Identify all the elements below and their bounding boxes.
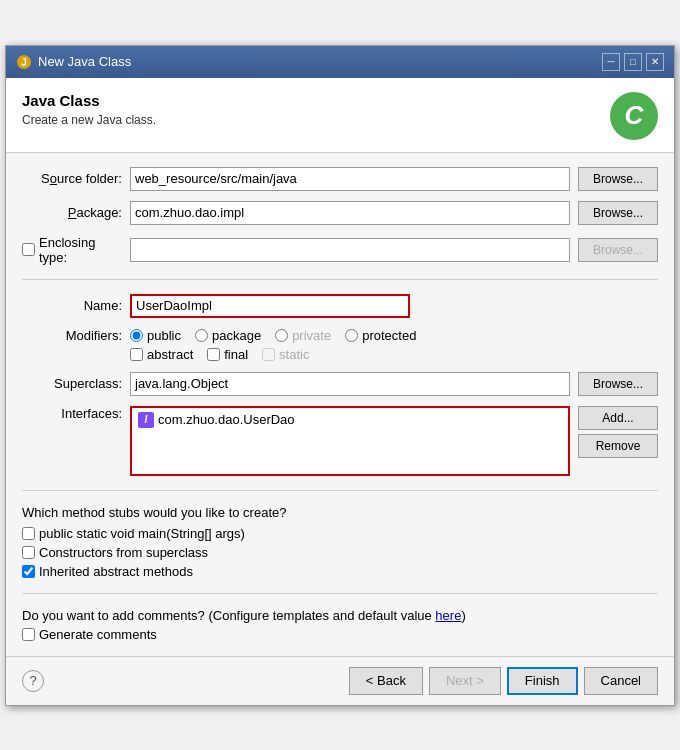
stubs-section: Which method stubs would you like to cre… <box>22 505 658 579</box>
generate-comments: Generate comments <box>22 627 658 642</box>
dialog-footer: ? < Back Next > Finish Cancel <box>6 656 674 705</box>
stub-constructors-label: Constructors from superclass <box>39 545 208 560</box>
dialog-logo: C <box>610 92 658 140</box>
modifier-package-radio[interactable] <box>195 329 208 342</box>
stub-constructors-checkbox[interactable] <box>22 546 35 559</box>
modifier-static: static <box>262 347 309 362</box>
modifiers-row-1: public package private protected <box>130 328 658 343</box>
next-button[interactable]: Next > <box>429 667 501 695</box>
modifier-private-label: private <box>292 328 331 343</box>
interfaces-label: Interfaces: <box>22 406 122 421</box>
superclass-row: Superclass: Browse... <box>22 372 658 396</box>
stub-main: public static void main(String[] args) <box>22 526 658 541</box>
comments-description: Do you want to add comments? (Configure … <box>22 608 658 623</box>
superclass-input[interactable] <box>130 372 570 396</box>
modifiers-row: Modifiers: public package private <box>22 328 658 362</box>
modifier-final: final <box>207 347 248 362</box>
comments-title-text: Do you want to add comments? (Configure … <box>22 608 435 623</box>
window-icon: J <box>16 54 32 70</box>
package-browse-button[interactable]: Browse... <box>578 201 658 225</box>
window-title: New Java Class <box>38 54 131 69</box>
divider-2 <box>22 490 658 491</box>
interface-icon: I <box>138 412 154 428</box>
source-folder-browse-button[interactable]: Browse... <box>578 167 658 191</box>
add-interface-button[interactable]: Add... <box>578 406 658 430</box>
interface-item: I com.zhuo.dao.UserDao <box>134 410 566 430</box>
modifier-abstract-checkbox[interactable] <box>130 348 143 361</box>
enclosing-type-label: Enclosing type: <box>39 235 122 265</box>
divider-3 <box>22 593 658 594</box>
modifier-final-label: final <box>224 347 248 362</box>
minimize-button[interactable]: ─ <box>602 53 620 71</box>
modifier-package: package <box>195 328 261 343</box>
modifier-public-radio[interactable] <box>130 329 143 342</box>
generate-comments-checkbox[interactable] <box>22 628 35 641</box>
cancel-button[interactable]: Cancel <box>584 667 658 695</box>
modifier-public-label: public <box>147 328 181 343</box>
title-bar: J New Java Class ─ □ ✕ <box>6 46 674 78</box>
interfaces-row: Interfaces: I com.zhuo.dao.UserDao Add..… <box>22 406 658 476</box>
modifier-private-radio[interactable] <box>275 329 288 342</box>
enclosing-type-input[interactable] <box>130 238 570 262</box>
modifier-static-label: static <box>279 347 309 362</box>
name-label: Name: <box>22 298 122 313</box>
modifier-protected-label: protected <box>362 328 416 343</box>
source-folder-input[interactable] <box>130 167 570 191</box>
name-row: Name: <box>22 294 658 318</box>
stub-inherited-label: Inherited abstract methods <box>39 564 193 579</box>
modifiers-label: Modifiers: <box>22 328 122 343</box>
header-title: Java Class <box>22 92 156 109</box>
header-text: Java Class Create a new Java class. <box>22 92 156 127</box>
comments-section: Do you want to add comments? (Configure … <box>22 608 658 642</box>
back-button[interactable]: < Back <box>349 667 423 695</box>
modifier-static-checkbox[interactable] <box>262 348 275 361</box>
superclass-label: Superclass: <box>22 376 122 391</box>
superclass-browse-button[interactable]: Browse... <box>578 372 658 396</box>
footer-left: ? <box>22 670 44 692</box>
dialog-window: J New Java Class ─ □ ✕ Java Class Create… <box>5 45 675 706</box>
enclosing-type-row: Enclosing type: Browse... <box>22 235 658 265</box>
source-folder-row: Source folder: Browse... <box>22 167 658 191</box>
stub-inherited: Inherited abstract methods <box>22 564 658 579</box>
modifier-package-label: package <box>212 328 261 343</box>
title-bar-left: J New Java Class <box>16 54 131 70</box>
package-input[interactable] <box>130 201 570 225</box>
remove-interface-button[interactable]: Remove <box>578 434 658 458</box>
modifiers-section: public package private protected <box>130 328 658 362</box>
finish-button[interactable]: Finish <box>507 667 578 695</box>
interfaces-box: I com.zhuo.dao.UserDao <box>130 406 570 476</box>
interface-name: com.zhuo.dao.UserDao <box>158 412 295 427</box>
enclosing-type-browse-button[interactable]: Browse... <box>578 238 658 262</box>
modifier-final-checkbox[interactable] <box>207 348 220 361</box>
source-folder-label: Source folder: <box>22 171 122 186</box>
title-bar-controls: ─ □ ✕ <box>602 53 664 71</box>
interfaces-buttons: Add... Remove <box>578 406 658 458</box>
stub-main-label: public static void main(String[] args) <box>39 526 245 541</box>
comments-link[interactable]: here <box>435 608 461 623</box>
svg-text:J: J <box>21 57 27 68</box>
footer-right: < Back Next > Finish Cancel <box>349 667 658 695</box>
divider-1 <box>22 279 658 280</box>
close-button[interactable]: ✕ <box>646 53 664 71</box>
modifier-protected: protected <box>345 328 416 343</box>
stub-inherited-checkbox[interactable] <box>22 565 35 578</box>
modifier-private: private <box>275 328 331 343</box>
stub-main-checkbox[interactable] <box>22 527 35 540</box>
modifier-abstract-label: abstract <box>147 347 193 362</box>
stubs-title: Which method stubs would you like to cre… <box>22 505 658 520</box>
maximize-button[interactable]: □ <box>624 53 642 71</box>
package-label: Package: <box>22 205 122 220</box>
dialog-header: Java Class Create a new Java class. C <box>6 78 674 153</box>
help-button[interactable]: ? <box>22 670 44 692</box>
package-row: Package: Browse... <box>22 201 658 225</box>
modifier-public: public <box>130 328 181 343</box>
modifier-abstract: abstract <box>130 347 193 362</box>
comments-suffix: ) <box>461 608 465 623</box>
modifier-protected-radio[interactable] <box>345 329 358 342</box>
dialog-body: Source folder: Browse... Package: Browse… <box>6 153 674 656</box>
enclosing-type-checkbox[interactable] <box>22 243 35 256</box>
generate-comments-label: Generate comments <box>39 627 157 642</box>
name-input[interactable] <box>130 294 410 318</box>
stub-constructors: Constructors from superclass <box>22 545 658 560</box>
modifiers-row-2: abstract final static <box>130 347 658 362</box>
